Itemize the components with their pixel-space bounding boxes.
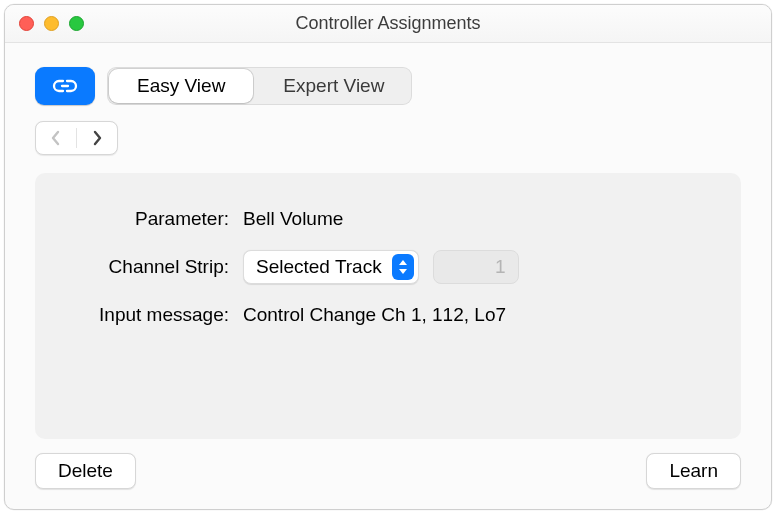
tab-label: Easy View bbox=[137, 75, 225, 97]
input-message-value: Control Change Ch 1, 112, Lo7 bbox=[243, 304, 506, 326]
nav-row bbox=[5, 115, 771, 167]
channel-strip-popup[interactable]: Selected Track bbox=[243, 250, 419, 284]
delete-button[interactable]: Delete bbox=[35, 453, 136, 489]
link-button[interactable] bbox=[35, 67, 95, 105]
popup-value: Selected Track bbox=[256, 256, 392, 278]
assignment-panel: Parameter: Bell Volume Channel Strip: Se… bbox=[35, 173, 741, 439]
window-title: Controller Assignments bbox=[5, 13, 771, 34]
view-switcher: Easy View Expert View bbox=[107, 67, 412, 105]
close-icon[interactable] bbox=[19, 16, 34, 31]
button-label: Delete bbox=[58, 460, 113, 482]
channel-strip-label: Channel Strip: bbox=[63, 256, 243, 278]
button-label: Learn bbox=[669, 460, 718, 482]
popup-arrows-icon bbox=[392, 254, 414, 280]
toolbar: Easy View Expert View bbox=[5, 43, 771, 115]
learn-button[interactable]: Learn bbox=[646, 453, 741, 489]
tab-easy-view[interactable]: Easy View bbox=[109, 69, 253, 103]
parameter-label: Parameter: bbox=[63, 208, 243, 230]
titlebar: Controller Assignments bbox=[5, 5, 771, 43]
input-message-label: Input message: bbox=[63, 304, 243, 326]
row-channel-strip: Channel Strip: Selected Track bbox=[63, 243, 713, 291]
nav-back-button[interactable] bbox=[36, 122, 76, 154]
traffic-lights bbox=[5, 16, 84, 31]
row-parameter: Parameter: Bell Volume bbox=[63, 195, 713, 243]
chevron-left-icon bbox=[51, 130, 61, 146]
parameter-value: Bell Volume bbox=[243, 208, 343, 230]
row-input-message: Input message: Control Change Ch 1, 112,… bbox=[63, 291, 713, 339]
tab-expert-view[interactable]: Expert View bbox=[255, 67, 412, 105]
channel-strip-number[interactable] bbox=[433, 250, 519, 284]
nav-group bbox=[35, 121, 118, 155]
tab-label: Expert View bbox=[283, 75, 384, 97]
link-icon bbox=[52, 78, 78, 94]
chevron-right-icon bbox=[92, 130, 102, 146]
window: Controller Assignments Easy View Expert … bbox=[4, 4, 772, 510]
nav-forward-button[interactable] bbox=[77, 122, 117, 154]
footer: Delete Learn bbox=[5, 439, 771, 509]
minimize-icon[interactable] bbox=[44, 16, 59, 31]
zoom-icon[interactable] bbox=[69, 16, 84, 31]
